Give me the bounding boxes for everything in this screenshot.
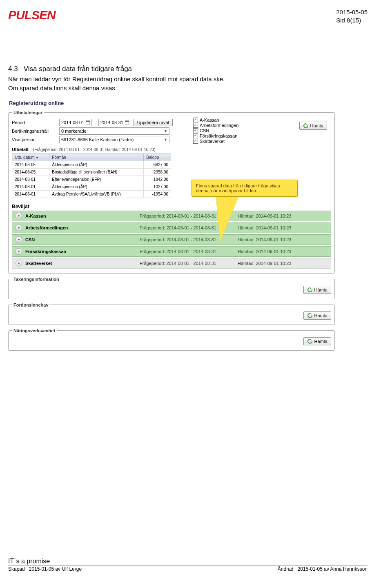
footer-promise: IT´s a promise (8, 558, 368, 565)
fetch-button[interactable]: Hämta (303, 286, 331, 294)
section-number: 4.3 (8, 65, 18, 73)
checkbox-icon[interactable]: ✓ (193, 139, 198, 144)
beviljat-row[interactable]: ▾ Försäkringskassan Frågeperiod: 2014-08… (12, 246, 331, 257)
source-checkbox-row[interactable]: ✓Arbetsförmedlingen (193, 123, 238, 128)
group-utbetalningar: Utbetalningar Period 2014-08-01 - (8, 110, 335, 274)
utbetalt-meta: (Frågeperiod: 2014-08-01 - 2014-08-31 Hä… (33, 147, 156, 152)
app-title: Registerutdrag online (9, 100, 335, 106)
col-date[interactable]: Utb. datum▼ (12, 153, 49, 161)
period-label: Period (12, 120, 57, 125)
group-utbetalningar-legend: Utbetalningar (12, 110, 44, 115)
expand-icon[interactable]: ▾ (16, 260, 22, 267)
embedded-screenshot: Registerutdrag online Utbetalningar Peri… (8, 100, 335, 351)
page: PULSEN 2015-05-05 Sid 8(15) 4.3 Visa spa… (0, 0, 392, 576)
filter-column: Period 2014-08-01 - 2014-08-31 (12, 118, 173, 145)
refresh-icon (307, 287, 313, 293)
fetch-button[interactable]: Hämta (303, 337, 331, 345)
footer-created: Skapad 2015-01-05 av Ulf Lerge (8, 566, 82, 572)
document-header: PULSEN 2015-05-05 Sid 8(15) (8, 8, 368, 24)
group-taxeringsinformation-legend: Taxeringsinformation (12, 277, 61, 282)
group-taxeringsinformation: Taxeringsinformation Hämta (8, 277, 335, 299)
sort-desc-icon: ▼ (36, 156, 39, 160)
svg-rect-1 (86, 121, 90, 122)
payments-table: Utb. datum▼ Förmån Belopp 2014-08-05Ålde… (12, 153, 171, 198)
household-label: Beräkningshushåll (12, 129, 57, 133)
col-amount[interactable]: Belopp (144, 153, 171, 161)
expand-icon[interactable]: ▾ (16, 236, 22, 243)
table-row: 2014-08-01Ålderspension (ÅP)1027,00 (12, 183, 171, 190)
beviljat-row[interactable]: ▾ Skatteverket Frågeperiod: 2014-08-01 -… (12, 258, 331, 269)
section-body: När man laddar vyn för Registerutdrag on… (8, 75, 368, 93)
section-heading: 4.3 Visa sparad data från tidigare fråga (8, 65, 368, 73)
document-footer: IT´s a promise Skapad 2015-01-05 av Ulf … (8, 558, 368, 572)
checkbox-icon[interactable]: ✓ (193, 123, 198, 128)
calendar-icon[interactable] (86, 120, 90, 125)
chevron-down-icon: ▼ (164, 138, 167, 142)
logo: PULSEN (8, 8, 56, 22)
svg-rect-3 (125, 121, 129, 122)
table-row: 2014-08-01Avdrag Pension/SA/Livränta/VB … (12, 190, 171, 198)
header-meta: 2015-05-05 Sid 8(15) (336, 8, 368, 24)
checkbox-icon[interactable]: ✓ (193, 133, 198, 138)
calendar-icon[interactable] (125, 120, 129, 125)
header-date: 2015-05-05 (336, 8, 368, 16)
refresh-icon (307, 338, 313, 344)
group-naringsverksamhet: Näringsverksamhet Hämta (8, 328, 335, 351)
footer-bar: Skapad 2015-01-05 av Ulf Lerge Ändrad 20… (8, 565, 368, 572)
household-dropdown[interactable]: 0 markerade ▼ (59, 127, 169, 135)
table-row: 2014-08-05Ålderspension (ÅP)6827,00 (12, 161, 171, 168)
period-to-input[interactable]: 2014-08-31 (98, 119, 131, 126)
checkbox-icon[interactable]: ✓ (193, 118, 198, 122)
period-separator: - (94, 120, 96, 125)
group-fordonsinnehav: Fordonsinnehav Hämta (8, 302, 335, 325)
chevron-down-icon: ▼ (164, 129, 167, 133)
utbetalt-heading: Utbetalt (Frågeperiod: 2014-08-01 - 2014… (12, 147, 331, 152)
checkbox-icon[interactable]: ✓ (193, 128, 198, 133)
source-checkbox-row[interactable]: ✓A-Kassan (193, 118, 238, 122)
section-title: Visa sparad data från tidigare fråga (24, 65, 132, 73)
group-fordonsinnehav-legend: Fordonsinnehav (12, 302, 50, 307)
expand-icon[interactable]: ▾ (16, 248, 22, 255)
callout-text: Finns sparad data från tidigare fråga vi… (192, 180, 298, 197)
source-checkbox-row[interactable]: ✓CSN (193, 128, 238, 133)
period-from-input[interactable]: 2014-08-01 (59, 119, 92, 126)
group-naringsverksamhet-legend: Näringsverksamhet (12, 328, 57, 333)
callout-pointer-icon (216, 197, 238, 242)
expand-icon[interactable]: ▾ (16, 213, 22, 219)
col-benefit[interactable]: Förmån (49, 153, 144, 161)
refresh-icon (303, 123, 309, 129)
table-row: 2014-08-05Bostadstillägg till pensionäre… (12, 168, 171, 176)
source-checkbox-row[interactable]: ✓Skatteverket (193, 139, 238, 144)
header-page: Sid 8(15) (336, 16, 368, 24)
refresh-icon (307, 313, 313, 318)
source-checkbox-row[interactable]: ✓Försäkringskassan (193, 133, 238, 138)
fetch-button[interactable]: Hämta (299, 122, 327, 130)
annotation-callout: Finns sparad data från tidigare fråga vi… (192, 180, 298, 242)
table-row: 2014-08-01Efterlevandepension (EFP)1842,… (12, 176, 171, 183)
expand-icon[interactable]: ▾ (16, 225, 22, 231)
update-selection-button[interactable]: Uppdatera urval (134, 119, 173, 126)
source-checkbox-list: ✓A-Kassan ✓Arbetsförmedlingen ✓CSN ✓Förs… (193, 118, 238, 144)
person-label: Visa person (12, 137, 57, 142)
fetch-button[interactable]: Hämta (303, 311, 331, 320)
footer-changed: Ändrad 2015-01-05 av Anna Henriksson (278, 566, 368, 572)
person-dropdown[interactable]: 661231-6666 Kalle Karlsson (Fader) ▼ (59, 136, 169, 143)
